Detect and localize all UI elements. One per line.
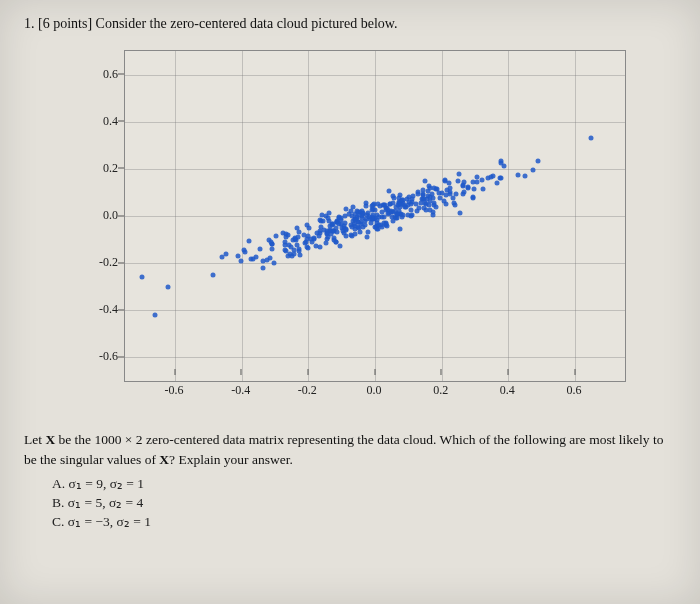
data-point xyxy=(432,186,437,191)
data-point xyxy=(280,231,285,236)
y-tick-label: 0.0 xyxy=(80,208,118,223)
data-point xyxy=(268,240,273,245)
plot-area xyxy=(124,50,626,382)
data-point xyxy=(334,230,339,235)
y-tick-label: 0.2 xyxy=(80,160,118,175)
data-point xyxy=(386,188,391,193)
data-point xyxy=(498,176,503,181)
data-point xyxy=(239,259,244,264)
data-point xyxy=(588,135,593,140)
data-point xyxy=(305,245,310,250)
data-point xyxy=(423,201,428,206)
question-prompt: Consider the zero-centered data cloud pi… xyxy=(96,16,398,31)
choice-label: A. xyxy=(52,476,65,491)
data-point xyxy=(338,216,343,221)
answer-choices: A. σ₁ = 9, σ₂ = 1 B. σ₁ = 5, σ₂ = 4 C. σ… xyxy=(52,475,678,530)
page: 1. [6 points] Consider the zero-centered… xyxy=(0,0,700,604)
data-point xyxy=(166,284,171,289)
data-point xyxy=(454,191,459,196)
data-point xyxy=(417,206,422,211)
data-point xyxy=(359,213,364,218)
data-point xyxy=(210,273,215,278)
y-tick-label: 0.4 xyxy=(80,113,118,128)
data-point xyxy=(426,184,431,189)
data-point xyxy=(452,201,457,206)
data-point xyxy=(471,195,476,200)
data-point xyxy=(336,221,341,226)
data-point xyxy=(361,225,366,230)
data-point xyxy=(391,201,396,206)
data-point xyxy=(427,195,432,200)
x-tick-label: 0.6 xyxy=(567,383,582,398)
data-point xyxy=(349,233,354,238)
choice-label: C. xyxy=(52,514,64,529)
data-point xyxy=(436,191,441,196)
data-point xyxy=(292,236,297,241)
data-point xyxy=(364,235,369,240)
data-point xyxy=(376,214,381,219)
data-point xyxy=(430,210,435,215)
data-point xyxy=(344,228,349,233)
data-point xyxy=(297,253,302,258)
data-point xyxy=(366,229,371,234)
choice-A: A. σ₁ = 9, σ₂ = 1 xyxy=(52,475,678,492)
choice-B: B. σ₁ = 5, σ₂ = 4 xyxy=(52,494,678,511)
data-point xyxy=(438,195,443,200)
data-point xyxy=(377,222,382,227)
data-point xyxy=(536,159,541,164)
data-point xyxy=(368,221,373,226)
data-point xyxy=(531,167,536,172)
data-point xyxy=(455,179,460,184)
x-tick-label: 0.4 xyxy=(500,383,515,398)
y-tick-label: -0.4 xyxy=(80,302,118,317)
data-point xyxy=(270,247,275,252)
data-point xyxy=(271,260,276,265)
x-tick-label: 0.2 xyxy=(433,383,448,398)
data-point xyxy=(304,223,309,228)
data-point xyxy=(515,173,520,178)
scatter-chart: -0.6-0.4-0.20.00.20.40.6 -0.6-0.4-0.20.0… xyxy=(80,40,640,420)
data-point xyxy=(325,215,330,220)
body-text: Let xyxy=(24,432,45,447)
matrix-X: X xyxy=(159,452,169,467)
question-body: Let X be the 1000 × 2 zero-centered data… xyxy=(24,430,678,471)
data-point xyxy=(352,218,357,223)
y-tick-label: -0.2 xyxy=(80,255,118,270)
data-point xyxy=(297,247,302,252)
data-point xyxy=(349,224,354,229)
data-point xyxy=(343,206,348,211)
data-point xyxy=(442,199,447,204)
data-point xyxy=(319,218,324,223)
data-point xyxy=(479,178,484,183)
data-point xyxy=(333,239,338,244)
x-tick-label: 0.0 xyxy=(367,383,382,398)
data-point xyxy=(442,179,447,184)
data-point xyxy=(235,254,240,259)
data-point xyxy=(395,212,400,217)
y-tick-label: 0.6 xyxy=(80,66,118,81)
data-point xyxy=(485,176,490,181)
choice-label: B. xyxy=(52,495,64,510)
matrix-X: X xyxy=(45,432,55,447)
choice-text: σ₁ = 9, σ₂ = 1 xyxy=(69,476,145,491)
data-point xyxy=(289,244,294,249)
data-point xyxy=(397,227,402,232)
data-point xyxy=(415,191,420,196)
data-point xyxy=(296,229,301,234)
data-point xyxy=(306,233,311,238)
data-point xyxy=(447,191,452,196)
body-text: ? Explain your answer. xyxy=(169,452,293,467)
data-point xyxy=(461,182,466,187)
choice-text: σ₁ = 5, σ₂ = 4 xyxy=(68,495,144,510)
data-point xyxy=(242,250,247,255)
choice-C: C. σ₁ = −3, σ₂ = 1 xyxy=(52,513,678,530)
data-point xyxy=(248,256,253,261)
data-point xyxy=(432,203,437,208)
data-point xyxy=(410,194,415,199)
data-point xyxy=(351,204,356,209)
data-point xyxy=(258,246,263,251)
data-point xyxy=(494,180,499,185)
data-point xyxy=(338,243,343,248)
question-header: 1. [6 points] Consider the zero-centered… xyxy=(24,16,678,32)
choice-text: σ₁ = −3, σ₂ = 1 xyxy=(68,514,151,529)
